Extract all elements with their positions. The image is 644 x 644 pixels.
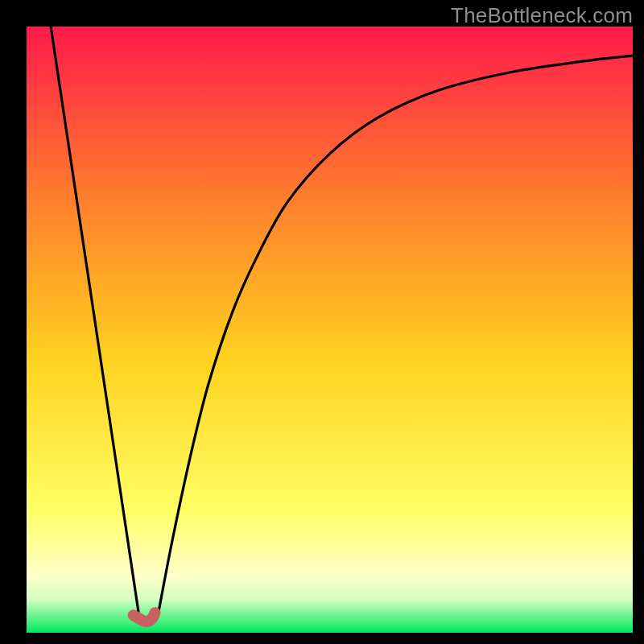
- right-branch-line: [158, 56, 633, 617]
- chart-frame: TheBottleneck.com: [0, 0, 644, 644]
- minimum-marker: [134, 613, 155, 621]
- chart-curves: [27, 27, 633, 633]
- plot-area: [27, 27, 633, 633]
- watermark-text: TheBottleneck.com: [451, 3, 633, 28]
- left-branch-line: [51, 27, 139, 617]
